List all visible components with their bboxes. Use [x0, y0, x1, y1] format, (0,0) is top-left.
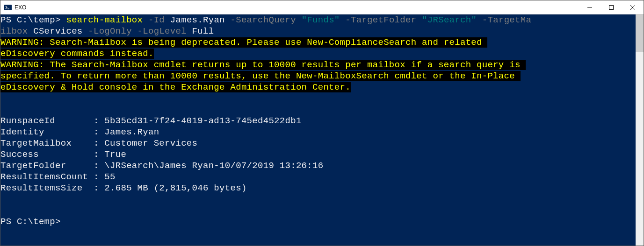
- powershell-window: EXO PS C:\temp> search-mailbox -Id James…: [0, 0, 644, 246]
- result-targetmailbox: TargetMailbox : Customer Services: [0, 138, 636, 149]
- param-id: -Id: [143, 15, 170, 25]
- titlebar[interactable]: EXO: [0, 0, 644, 14]
- svg-rect-0: [4, 5, 12, 10]
- warning-2-line-1: WARNING: The Search-Mailbox cmdlet retur…: [0, 60, 526, 70]
- param-logonly: -LogOnly: [83, 26, 132, 36]
- result-targetfolder: TargetFolder : \JRSearch\James Ryan-10/0…: [0, 160, 636, 171]
- close-button[interactable]: [622, 0, 644, 14]
- window-title: EXO: [14, 4, 579, 11]
- arg-id: James.Ryan: [170, 15, 225, 25]
- warning-2-line-2: specified. To return more than 10000 res…: [0, 71, 521, 81]
- result-runspaceid: RunspaceId : 5b35cd31-7f24-4019-ad13-745…: [0, 115, 636, 127]
- prompt-2: PS C:\temp>: [0, 217, 61, 227]
- param-targetmailbox-pt2: ilbox: [0, 26, 33, 36]
- result-resultitemssize: ResultItemsSize : 2.685 MB (2,815,046 by…: [0, 183, 636, 194]
- result-resultitemscount: ResultItemsCount : 55: [0, 171, 636, 183]
- arg-targetmailbox: CServices: [33, 26, 82, 36]
- arg-loglevel: Full: [192, 26, 214, 36]
- result-success: Success : True: [0, 149, 636, 160]
- param-searchquery: -SearchQuery: [225, 15, 302, 25]
- result-identity: Identity : James.Ryan: [0, 127, 636, 138]
- scrollbar[interactable]: [636, 14, 644, 246]
- warning-1-line-2: eDiscovery commands instead.: [0, 49, 154, 59]
- arg-searchquery: "Funds": [302, 15, 340, 25]
- powershell-icon: [4, 4, 12, 11]
- maximize-button[interactable]: [601, 0, 622, 14]
- param-targetmailbox-pt1: -TargetMa: [477, 15, 531, 25]
- svg-rect-3: [609, 5, 614, 9]
- terminal-output[interactable]: PS C:\temp> search-mailbox -Id James.Rya…: [0, 14, 636, 246]
- scrollbar-thumb[interactable]: [636, 14, 644, 52]
- warning-2-line-3: eDiscovery & Hold console in the Exchang…: [0, 82, 351, 92]
- param-loglevel: -LogLevel: [132, 26, 192, 36]
- arg-targetfolder: "JRSearch": [422, 15, 477, 25]
- warning-1-line-1: WARNING: Search-Mailbox is being depreca…: [0, 37, 487, 48]
- terminal-area: PS C:\temp> search-mailbox -Id James.Rya…: [0, 14, 644, 246]
- command-cmdlet: search-mailbox: [66, 15, 143, 25]
- minimize-button[interactable]: [579, 0, 601, 14]
- param-targetfolder: -TargetFolder: [340, 15, 422, 25]
- prompt: PS C:\temp>: [0, 15, 66, 25]
- window-controls: [579, 0, 644, 14]
